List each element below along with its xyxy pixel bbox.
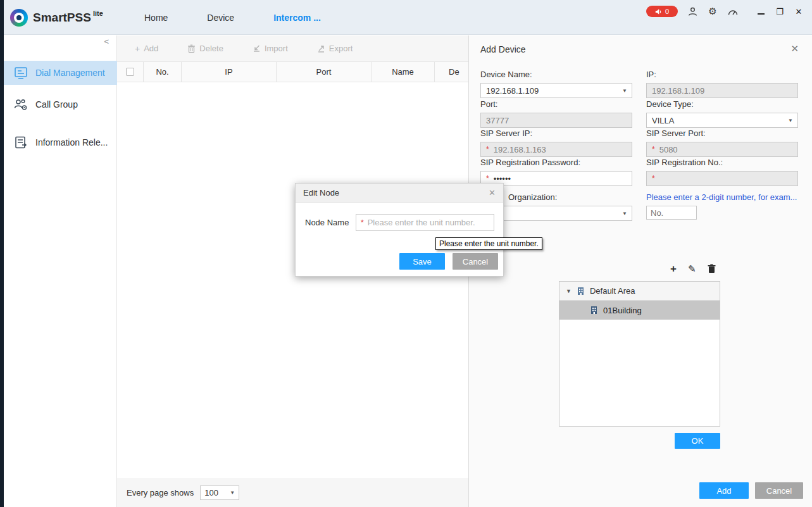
number-hint-text: Please enter a 2-digit number, for exam.…: [646, 192, 797, 202]
tree-node-default-area[interactable]: ▼ Default Area: [559, 282, 720, 301]
sidebar-item-call-group[interactable]: Call Group: [4, 92, 117, 116]
alarm-notification-badge[interactable]: 0: [646, 6, 678, 17]
column-header-port: Port: [277, 62, 372, 82]
tab-device[interactable]: Device: [207, 13, 234, 23]
pagination-bar: Every page shows 100 ▼: [117, 478, 468, 507]
device-name-label: Device Name:: [480, 70, 532, 79]
import-button[interactable]: Import: [253, 44, 288, 53]
page-size-value: 100: [204, 488, 218, 498]
required-marker: *: [486, 174, 489, 183]
device-type-value: VILLA: [652, 116, 674, 125]
tree-node-label: Default Area: [590, 286, 635, 296]
desktop-edge-strip: [0, 0, 4, 507]
sidebar-item-label: Dial Management: [35, 68, 105, 78]
port-value: 37777: [486, 116, 509, 125]
sidebar-item-information-release[interactable]: Information Rele...: [4, 130, 117, 154]
close-panel-icon[interactable]: ✕: [790, 43, 799, 54]
select-all-checkbox[interactable]: [126, 68, 134, 76]
building-icon: [590, 306, 598, 315]
edit-node-titlebar: Edit Node ✕: [296, 184, 503, 203]
chevron-down-icon: ▼: [622, 88, 627, 94]
edit-node-dialog: Edit Node ✕ Node Name * Save Cancel: [295, 183, 504, 277]
import-button-label: Import: [265, 44, 288, 53]
delete-button-label: Delete: [199, 44, 223, 53]
add-button-label: Add: [144, 44, 158, 53]
maximize-button[interactable]: ❐: [775, 7, 784, 16]
required-marker: *: [652, 145, 655, 154]
dashboard-gauge-icon[interactable]: [727, 6, 739, 17]
add-device-panel: Add Device ✕ Device Name: 192.168.1.109 …: [468, 35, 812, 507]
tree-node-01building[interactable]: 01Building: [559, 301, 720, 320]
speaker-icon: [655, 8, 662, 15]
column-header-name: Name: [372, 62, 435, 82]
close-dialog-icon[interactable]: ✕: [489, 188, 496, 197]
import-icon: [253, 44, 261, 53]
sip-registration-no-label: SIP Registration No.:: [646, 158, 723, 167]
chevron-down-icon: ▼: [622, 211, 627, 216]
call-group-icon: [14, 97, 28, 111]
device-type-combo[interactable]: VILLA ▼: [646, 113, 798, 128]
app-window: SmartPSS lite Home Device Intercom ... 0…: [0, 0, 812, 507]
settings-gear-icon[interactable]: ⚙: [707, 6, 718, 17]
delete-node-icon[interactable]: [708, 264, 716, 273]
device-type-label: Device Type:: [646, 99, 694, 109]
sidebar-collapse-button[interactable]: <: [104, 37, 109, 46]
tab-intercom[interactable]: Intercom ...: [273, 13, 321, 23]
list-toolbar: + Add Delete Import Export: [117, 35, 468, 62]
information-release-icon: [14, 135, 28, 149]
titlebar: SmartPSS lite Home Device Intercom ... 0…: [0, 0, 812, 35]
add-node-icon[interactable]: +: [670, 263, 677, 274]
port-field: 37777: [480, 113, 632, 128]
app-brand: SmartPSS lite: [10, 9, 103, 27]
tree-ok-button[interactable]: OK: [675, 433, 720, 449]
close-window-button[interactable]: ✕: [794, 7, 803, 16]
sip-password-label: SIP Registration Password:: [480, 158, 580, 167]
add-device-title: Add Device: [480, 44, 526, 54]
export-icon: [317, 44, 325, 53]
sip-server-port-field: * 5080: [646, 142, 798, 157]
node-name-input-wrap: *: [356, 214, 494, 231]
user-account-icon[interactable]: [687, 6, 698, 17]
app-name-suffix: lite: [93, 9, 103, 17]
tree-node-label: 01Building: [603, 306, 642, 315]
sidebar-item-dial-management[interactable]: Dial Management: [4, 61, 117, 85]
save-button[interactable]: Save: [399, 253, 445, 270]
column-header-ip: IP: [182, 62, 277, 82]
main-nav-tabs: Home Device Intercom ...: [144, 0, 360, 35]
select-all-cell: [117, 62, 144, 82]
page-size-label: Every page shows: [127, 488, 194, 498]
page-size-select[interactable]: 100 ▼: [200, 485, 239, 500]
tree-toolbar: + ✎: [670, 263, 716, 274]
sip-server-port-value: 5080: [659, 145, 678, 154]
sip-server-ip-field: * 192.168.1.163: [480, 142, 632, 157]
expand-arrow-icon[interactable]: ▼: [566, 288, 572, 294]
alarm-count: 0: [665, 8, 669, 15]
minimize-button[interactable]: [756, 7, 765, 16]
export-button[interactable]: Export: [317, 44, 353, 53]
window-controls: ❐ ✕: [756, 7, 803, 16]
delete-button[interactable]: Delete: [187, 44, 223, 53]
app-name: SmartPSS: [33, 9, 91, 27]
required-marker: *: [486, 145, 489, 154]
panel-cancel-button[interactable]: Cancel: [755, 482, 803, 499]
no-input[interactable]: [646, 206, 697, 220]
chevron-down-icon: ▼: [230, 490, 235, 496]
panel-add-button[interactable]: Add: [699, 482, 749, 499]
node-name-input[interactable]: [368, 218, 489, 227]
organization-tree: ▼ Default Area 01Building: [559, 281, 720, 427]
dialog-cancel-button[interactable]: Cancel: [453, 253, 498, 270]
node-name-label: Node Name: [305, 218, 349, 227]
add-button[interactable]: + Add: [135, 44, 158, 54]
ip-value: 192.168.1.109: [652, 86, 704, 96]
titlebar-right-cluster: 0 ⚙ ❐ ✕: [646, 6, 803, 17]
device-name-combo[interactable]: 192.168.1.109 ▼: [480, 83, 632, 98]
sidebar-item-label: Information Rele...: [35, 137, 108, 147]
sidebar-item-label: Call Group: [35, 99, 78, 110]
edit-node-icon[interactable]: ✎: [688, 264, 696, 273]
tab-home[interactable]: Home: [144, 13, 168, 23]
sip-server-ip-value: 192.168.1.163: [494, 145, 546, 154]
plus-icon: +: [135, 44, 140, 54]
column-header-no: No.: [144, 62, 182, 82]
port-label: Port:: [480, 99, 497, 109]
trash-icon: [187, 44, 196, 53]
